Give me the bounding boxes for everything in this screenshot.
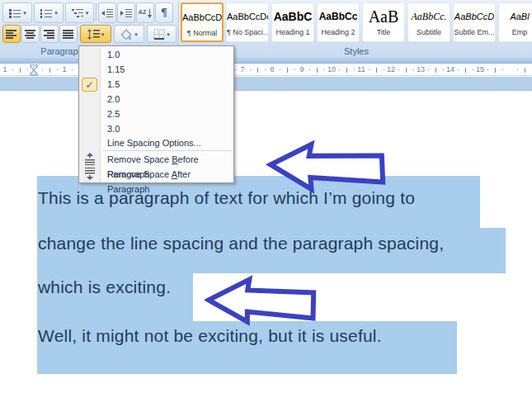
center-text-icon: [25, 29, 36, 39]
style-chip-title[interactable]: AaB Title: [362, 2, 405, 42]
style-sample: AaBbCcDc: [227, 3, 268, 28]
borders-icon: [153, 29, 165, 40]
ruler-tick: [20, 68, 21, 73]
paint-bucket-icon: [120, 29, 133, 40]
ruler-number: 1: [2, 65, 7, 73]
ruler-tick: [413, 69, 414, 70]
left-arrow-shape[interactable]: [264, 136, 388, 199]
ruler-tick: [12, 69, 13, 70]
bullets-icon: [8, 8, 21, 18]
ruler-tick: [369, 69, 370, 70]
style-label: ¶ No Spaci...: [227, 28, 268, 36]
menu-item-spacing-2.0[interactable]: 2.0: [79, 92, 233, 107]
style-sample: AaBbC: [272, 3, 313, 28]
ruler-tick: [309, 69, 310, 70]
ruler-tick: [265, 69, 266, 70]
paragraph-text-line[interactable]: Well, it might not be exciting, but it i…: [38, 326, 382, 346]
increase-indent-button[interactable]: [117, 2, 135, 23]
style-chip-subtle-emphasis[interactable]: AaBbCcD Subtle Em...: [453, 2, 496, 42]
ruler-tick: [339, 69, 340, 70]
ruler-number: 9: [299, 65, 304, 73]
ruler-tick: [354, 69, 355, 70]
ruler-tick: [27, 69, 28, 70]
style-sample: AaBbCc.: [408, 3, 450, 28]
ruler-tick: [346, 68, 347, 73]
sort-icon: AZ: [139, 10, 146, 15]
ruler-tick: [495, 68, 496, 73]
style-chip-no-spacing[interactable]: AaBbCcDc ¶ No Spaci...: [226, 2, 269, 42]
ruler-number: 13: [417, 65, 425, 73]
decrease-indent-icon: [101, 8, 113, 18]
sort-button[interactable]: AZ: [136, 2, 154, 23]
style-sample: AaBbCc: [318, 3, 359, 28]
align-left-icon: [6, 29, 17, 39]
line-spacing-button[interactable]: ▾: [80, 25, 111, 43]
ruler-tick: [517, 69, 518, 70]
style-chip-heading1[interactable]: AaBbC Heading 1: [271, 2, 314, 42]
ruler-tick: [502, 69, 503, 70]
style-sample: AaB: [363, 3, 404, 28]
ruler-number: 15: [476, 65, 484, 73]
accelerator-key: A: [172, 169, 177, 179]
accelerator-key: B: [172, 154, 177, 164]
center-text-button[interactable]: [21, 25, 40, 43]
ruler-number: 14: [446, 65, 454, 73]
show-formatting-marks-button[interactable]: ¶: [155, 2, 173, 23]
menu-item-spacing-1.0[interactable]: 1.0: [79, 47, 233, 62]
ruler-tick: [376, 68, 377, 73]
style-sample: AaBbCcD: [454, 3, 495, 28]
ruler-tick: [525, 68, 525, 73]
ruler-tick: [280, 69, 280, 70]
style-label: Title: [363, 28, 404, 36]
menu-item-remove-space-before[interactable]: Remove Space Before Paragraph: [79, 152, 233, 167]
borders-button[interactable]: ▾: [147, 25, 177, 43]
ruler-tick: [458, 69, 459, 70]
chevron-down-icon: ▾: [101, 31, 105, 37]
menu-item-text: Remove Space: [107, 154, 172, 164]
style-label: Subtitle: [408, 28, 450, 36]
ruler-tick: [250, 69, 251, 70]
left-arrow-shape[interactable]: [203, 271, 321, 333]
ruler-tick: [49, 68, 50, 73]
ruler-number: 12: [387, 65, 395, 73]
numbering-button[interactable]: ▾: [34, 2, 64, 23]
style-label: ¶ Normal: [182, 29, 222, 37]
ruler-tick: [317, 68, 318, 73]
menu-item-spacing-1.15[interactable]: 1.15: [79, 62, 233, 77]
chevron-down-icon: ▾: [167, 31, 170, 37]
justify-button[interactable]: [59, 25, 78, 43]
style-label: Heading 1: [272, 28, 313, 36]
ruler-tick: [487, 69, 488, 70]
style-chip-heading2[interactable]: AaBbCc Heading 2: [317, 2, 360, 42]
align-right-button[interactable]: [40, 25, 59, 43]
menu-item-line-spacing-options[interactable]: Line Spacing Options...: [79, 135, 233, 150]
menu-separator: [102, 150, 232, 151]
paragraph-text-line[interactable]: which is exciting.: [38, 277, 171, 297]
ruler-tick: [294, 69, 295, 70]
indent-marker-icon[interactable]: [29, 64, 39, 76]
ruler-tick: [384, 69, 384, 70]
ruler-tick: [257, 68, 258, 73]
style-chip-emphasis[interactable]: AaBl Emp: [498, 2, 532, 42]
paragraph-text-line[interactable]: change the line spacing and the paragrap…: [38, 234, 444, 253]
decrease-indent-button[interactable]: [98, 2, 116, 23]
ruler-tick: [428, 69, 429, 70]
ruler-tick: [235, 69, 236, 70]
align-left-button[interactable]: [2, 25, 21, 43]
chevron-down-icon: ▾: [86, 10, 89, 16]
style-chip-subtitle[interactable]: AaBbCc. Subtitle: [407, 2, 450, 42]
style-chip-normal[interactable]: AaBbCcDc ¶ Normal: [181, 2, 224, 42]
multilevel-list-button[interactable]: ▾: [65, 2, 94, 23]
menu-item-spacing-3.0[interactable]: 3.0: [79, 121, 233, 136]
ruler-number: 7: [240, 65, 244, 73]
pilcrow-icon: ¶: [161, 7, 167, 19]
ruler-tick: [72, 69, 73, 70]
shading-button[interactable]: ▾: [114, 25, 144, 43]
menu-item-spacing-1.5[interactable]: 1.5: [79, 77, 233, 92]
bullets-button[interactable]: ▾: [2, 2, 32, 23]
remove-space-after-icon: [83, 168, 97, 180]
menu-item-remove-space-after[interactable]: Remove Space After Paragraph: [79, 167, 233, 182]
menu-item-spacing-2.5[interactable]: 2.5: [79, 107, 233, 121]
chevron-down-icon: ▾: [54, 10, 58, 16]
ruler-tick: [57, 69, 58, 70]
